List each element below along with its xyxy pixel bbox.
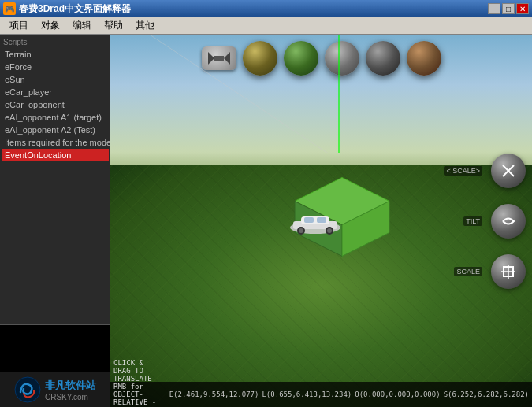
menu-project[interactable]: 项目 xyxy=(3,17,35,34)
list-item-event-location[interactable]: EventOnLocation xyxy=(2,149,109,161)
svg-point-18 xyxy=(299,228,303,233)
status-coord3: O(0.000,0.000,0.000) xyxy=(355,390,440,398)
svg-point-0 xyxy=(15,377,40,402)
nav-sphere-3[interactable] xyxy=(325,41,359,76)
left-panel: Scripts Terrain eForce eSun eCar_player … xyxy=(0,35,110,407)
list-item-terrain[interactable]: Terrain xyxy=(2,48,109,61)
status-coord4: S(6.252,6.282,6.282) xyxy=(444,390,529,398)
status-instruction: CLICK & DRAG TO TRANSLATE - RMB for OBJE… xyxy=(113,359,163,407)
watermark-text: 非凡软件站 CRSKY.com xyxy=(45,379,96,401)
watermark-area: 非凡软件站 CRSKY.com xyxy=(0,372,110,407)
right-controls[interactable]: < SCALE> TILT SCALE xyxy=(491,154,526,289)
scale-bottom-button[interactable] xyxy=(491,254,526,289)
menu-object[interactable]: 对象 xyxy=(35,17,66,34)
watermark-crsky: CRSKY.com xyxy=(45,393,96,401)
list-item-car-opponent[interactable]: eCar_opponent xyxy=(2,98,109,111)
scripts-header: Scripts xyxy=(2,36,109,48)
maximize-button[interactable]: □ xyxy=(502,3,515,14)
list-item-ai-opponent-test[interactable]: eAI_opponent A2 (Test) xyxy=(2,124,109,136)
scale-bottom-wrap: SCALE xyxy=(491,254,526,289)
viewport-3d[interactable]: < SCALE> TILT SCALE xyxy=(110,35,532,407)
menu-bar: 项目 对象 编辑 帮助 其他 xyxy=(0,17,532,35)
nav-sphere-2[interactable] xyxy=(284,41,318,76)
status-coord2: L(0.655,6.413,13.234) xyxy=(262,390,352,398)
watermark: 非凡软件站 CRSKY.com xyxy=(14,376,96,404)
tilt-button[interactable] xyxy=(491,204,526,239)
tilt-label: TILT xyxy=(463,216,482,226)
watermark-feifan: 非凡软件站 xyxy=(45,379,96,393)
nav-sphere-4[interactable] xyxy=(366,41,400,76)
svg-rect-3 xyxy=(214,56,224,61)
svg-rect-15 xyxy=(304,217,314,223)
scale-top-label: < SCALE> xyxy=(444,166,482,176)
watermark-logo xyxy=(14,376,42,404)
svg-marker-2 xyxy=(224,52,230,65)
window-title: 春费3Drad中文界面解释器 xyxy=(19,2,131,16)
title-bar-left: 🎮 春费3Drad中文界面解释器 xyxy=(3,2,131,16)
list-item-ai-opponent-target[interactable]: eAI_opponent A1 (target) xyxy=(2,111,109,124)
nav-arrow-button[interactable] xyxy=(202,46,236,70)
nav-spheres-row[interactable] xyxy=(202,41,441,76)
app-icon: 🎮 xyxy=(3,2,16,15)
scale-top-wrap: < SCALE> xyxy=(491,154,526,188)
menu-other[interactable]: 其他 xyxy=(129,17,161,34)
list-item-items-required[interactable]: Items required for the mode xyxy=(2,136,109,149)
scale-bottom-label: SCALE xyxy=(454,267,482,276)
svg-marker-1 xyxy=(208,52,214,65)
nav-sphere-5[interactable] xyxy=(407,41,441,76)
minimize-button[interactable]: _ xyxy=(488,3,500,14)
svg-rect-16 xyxy=(317,217,326,223)
close-button[interactable]: ✕ xyxy=(516,3,529,14)
main-layout: Scripts Terrain eForce eSun eCar_player … xyxy=(0,35,532,407)
scale-top-button[interactable] xyxy=(491,154,526,188)
nav-sphere-1[interactable] xyxy=(243,41,277,76)
tilt-wrap: TILT xyxy=(491,204,526,239)
left-panel-preview xyxy=(0,324,110,372)
list-item-eforce[interactable]: eForce xyxy=(2,61,109,73)
status-coord1: E(2.461,9.554,12.077) xyxy=(169,390,259,398)
list-item-esun[interactable]: eSun xyxy=(2,73,109,86)
menu-help[interactable]: 帮助 xyxy=(98,17,129,34)
status-bar: CLICK & DRAG TO TRANSLATE - RMB for OBJE… xyxy=(110,382,532,407)
window-controls[interactable]: _ □ ✕ xyxy=(488,3,529,14)
menu-edit[interactable]: 编辑 xyxy=(66,17,98,34)
script-list[interactable]: Scripts Terrain eForce eSun eCar_player … xyxy=(0,35,110,324)
list-item-car-player[interactable]: eCar_player xyxy=(2,86,109,98)
svg-point-20 xyxy=(327,228,332,233)
car-model xyxy=(284,210,347,238)
title-bar: 🎮 春费3Drad中文界面解释器 _ □ ✕ xyxy=(0,0,532,17)
